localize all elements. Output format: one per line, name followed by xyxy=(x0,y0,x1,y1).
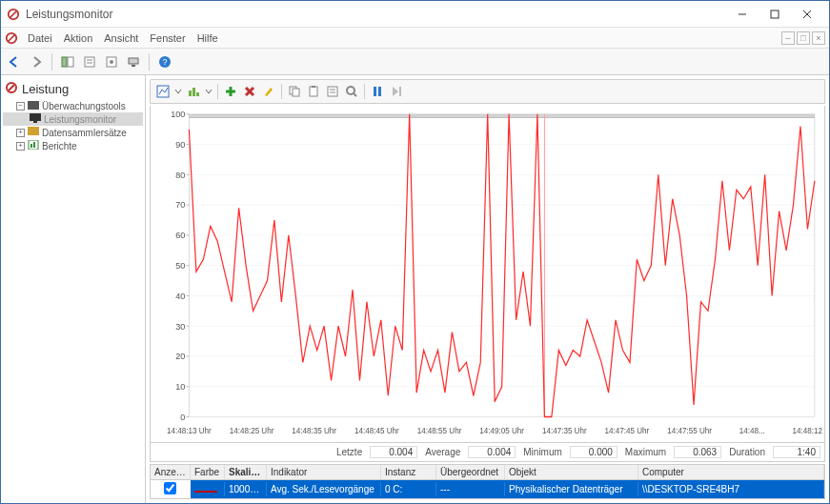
menu-file[interactable]: Datei xyxy=(22,30,58,46)
tree-performance-monitor[interactable]: Leistungsmonitor xyxy=(3,112,143,126)
svg-text:70: 70 xyxy=(175,199,185,210)
col-instance[interactable]: Instanz xyxy=(381,465,436,479)
stat-last-value: 0.004 xyxy=(370,446,417,458)
svg-text:40: 40 xyxy=(175,290,185,300)
svg-text:60: 60 xyxy=(175,230,185,240)
stat-avg-label: Average xyxy=(425,447,460,457)
maximize-button[interactable] xyxy=(759,3,791,26)
svg-rect-47 xyxy=(399,87,401,96)
svg-rect-27 xyxy=(33,142,35,148)
col-object[interactable]: Objekt xyxy=(505,465,638,479)
svg-line-44 xyxy=(354,93,356,96)
show-hide-tree-icon[interactable] xyxy=(58,52,77,71)
counter-show-checkbox[interactable] xyxy=(164,482,176,494)
child-minimize-button[interactable]: – xyxy=(781,31,795,45)
col-show[interactable]: Anzeigen xyxy=(151,465,191,479)
folder-icon xyxy=(28,100,39,111)
stat-max-label: Maximum xyxy=(625,447,666,457)
tree-data-collector-sets[interactable]: + Datensammlersätze xyxy=(3,126,143,139)
svg-text:30: 30 xyxy=(175,320,185,331)
svg-rect-46 xyxy=(378,87,381,96)
col-parent[interactable]: Übergeordnet xyxy=(436,465,505,479)
svg-line-20 xyxy=(9,85,14,91)
svg-text:50: 50 xyxy=(175,260,185,271)
col-counter[interactable]: Indikator xyxy=(267,465,381,479)
tree-root[interactable]: Leistung xyxy=(3,79,143,99)
minimize-button[interactable] xyxy=(726,3,759,26)
app-icon-small xyxy=(5,31,18,45)
svg-rect-23 xyxy=(33,121,37,123)
menu-help[interactable]: Hilfe xyxy=(192,30,224,46)
counter-color-swatch xyxy=(194,491,217,493)
col-scale[interactable]: Skalieren xyxy=(225,465,267,479)
highlight-icon[interactable] xyxy=(260,83,277,100)
svg-line-7 xyxy=(9,34,15,41)
child-close-button[interactable]: × xyxy=(812,31,825,45)
view-chart-icon[interactable] xyxy=(154,83,172,100)
counter-object: Physikalischer Datenträger xyxy=(505,482,638,496)
performance-chart[interactable]: 010203040506070809010014:48:13 Uhr14:48:… xyxy=(150,106,825,443)
svg-line-1 xyxy=(10,10,17,17)
chevron-down-icon[interactable] xyxy=(173,83,183,100)
counter-instance: 0 C: xyxy=(381,482,436,496)
collapse-icon[interactable]: − xyxy=(16,102,25,111)
svg-rect-40 xyxy=(328,87,337,96)
svg-text:14:47:45 Uhr: 14:47:45 Uhr xyxy=(605,426,650,435)
properties-icon[interactable] xyxy=(80,52,99,71)
delete-counter-icon[interactable] xyxy=(241,83,258,100)
close-button[interactable] xyxy=(791,3,823,26)
tree-perf-monitor-label: Leistungsmonitor xyxy=(44,114,116,125)
stat-avg-value: 0.004 xyxy=(468,446,516,458)
svg-rect-15 xyxy=(129,58,138,64)
svg-rect-38 xyxy=(310,87,317,96)
view-histogram-icon[interactable] xyxy=(185,83,202,100)
graph-toolbar xyxy=(150,79,825,104)
svg-text:100: 100 xyxy=(171,109,185,119)
child-restore-button[interactable]: □ xyxy=(797,31,810,45)
tree-root-label: Leistung xyxy=(22,82,69,96)
step-icon[interactable] xyxy=(388,83,405,100)
add-counter-icon[interactable] xyxy=(222,83,239,100)
forward-icon[interactable] xyxy=(27,52,46,71)
chevron-down-icon[interactable] xyxy=(204,83,213,100)
back-icon[interactable] xyxy=(5,52,24,71)
menu-action[interactable]: Aktion xyxy=(58,30,99,46)
col-computer[interactable]: Computer xyxy=(638,465,824,479)
col-color[interactable]: Farbe xyxy=(191,465,225,479)
window-title: Leistungsmonitor xyxy=(26,8,726,21)
paste-icon[interactable] xyxy=(305,83,322,100)
tree-monitoring-tools[interactable]: − Überwachungstools xyxy=(3,99,143,112)
stat-min-label: Minimum xyxy=(523,447,562,457)
main-toolbar: ? xyxy=(1,49,829,75)
svg-text:14:48:12 Uhr: 14:48:12 Uhr xyxy=(793,426,824,435)
counter-row[interactable]: 10000.0 Avg. Sek./Lesevorgänge 0 C: --- … xyxy=(151,480,824,498)
properties-icon[interactable] xyxy=(324,83,341,100)
zoom-icon[interactable] xyxy=(343,83,360,100)
export-icon[interactable] xyxy=(102,52,121,71)
stat-min-value: 0.000 xyxy=(570,446,617,458)
report-icon xyxy=(28,140,39,151)
svg-rect-37 xyxy=(293,89,299,96)
stats-bar: Letzte 0.004 Average 0.004 Minimum 0.000… xyxy=(150,443,825,462)
menu-view[interactable]: Ansicht xyxy=(98,30,144,46)
svg-text:14:48:35 Uhr: 14:48:35 Uhr xyxy=(292,426,336,435)
counter-scale: 10000.0 xyxy=(225,482,267,496)
menu-window[interactable]: Fenster xyxy=(144,30,191,46)
expand-icon[interactable]: + xyxy=(16,129,25,137)
tree-reports[interactable]: + Berichte xyxy=(3,139,143,152)
perf-root-icon xyxy=(5,81,18,97)
svg-rect-29 xyxy=(189,91,192,96)
pause-icon[interactable] xyxy=(369,83,386,100)
svg-rect-26 xyxy=(30,144,32,148)
computer-icon[interactable] xyxy=(124,52,143,71)
expand-icon[interactable]: + xyxy=(16,142,25,151)
help-icon[interactable]: ? xyxy=(155,52,174,71)
svg-rect-22 xyxy=(30,113,41,121)
stat-last-label: Letzte xyxy=(336,447,362,457)
svg-text:14:49:05 Uhr: 14:49:05 Uhr xyxy=(479,426,524,435)
svg-rect-16 xyxy=(132,65,135,67)
svg-rect-31 xyxy=(196,92,199,96)
svg-text:?: ? xyxy=(162,57,167,67)
counter-name: Avg. Sek./Lesevorgänge xyxy=(267,482,381,496)
copy-icon[interactable] xyxy=(286,83,303,100)
